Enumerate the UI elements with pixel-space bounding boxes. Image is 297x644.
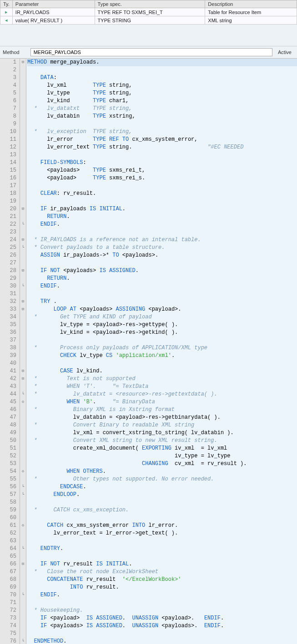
line-number[interactable]: 45 <box>1 398 18 406</box>
param-type[interactable]: TYPE REF TO SXMS_REI_T <box>95 8 205 16</box>
method-name-field[interactable]: MERGE_PAYLOADS <box>30 48 272 56</box>
code-line[interactable]: lv_error_text TYPE string. "#EC NEEDED <box>27 144 297 151</box>
line-number[interactable]: 62 <box>1 530 18 537</box>
code-line[interactable]: WHEN OTHERS. <box>27 468 297 476</box>
line-number[interactable]: 8 <box>1 113 18 120</box>
code-area[interactable]: METHOD merge_payloads. DATA: lv_xml TYPE… <box>26 59 297 644</box>
code-line[interactable]: IF <payload> IS ASSIGNED. UNASSIGN <payl… <box>27 614 297 622</box>
line-number[interactable]: 48 <box>1 421 18 429</box>
fold-minus-icon[interactable]: ⊟ <box>20 236 26 244</box>
line-number[interactable]: 39 <box>1 352 18 360</box>
line-number[interactable]: 67 <box>1 568 18 576</box>
line-number[interactable]: 36 <box>1 329 18 337</box>
param-name[interactable]: value( RV_RESULT ) <box>12 16 95 25</box>
line-number[interactable]: 51 <box>1 445 18 452</box>
code-line[interactable]: lv_kind = <payload>-res->getkind( ). <box>27 329 297 337</box>
code-line[interactable]: FIELD-SYMBOLS: <box>27 159 297 167</box>
param-type[interactable]: TYPE STRING <box>95 16 205 25</box>
line-number[interactable]: 42 <box>1 375 18 383</box>
code-line[interactable]: CHECK lv_type CS 'application/xml'. <box>27 352 297 360</box>
code-line[interactable] <box>27 499 297 506</box>
code-line[interactable]: CHANGING cv_xml = rv_result ). <box>27 460 297 468</box>
line-number[interactable]: 12 <box>1 144 18 151</box>
line-number[interactable]: 58 <box>1 499 18 506</box>
line-number[interactable]: 11 <box>1 136 18 144</box>
line-number[interactable]: 55 <box>1 476 18 483</box>
line-number[interactable]: 7 <box>1 105 18 113</box>
code-line[interactable]: METHOD merge_payloads. <box>27 59 297 66</box>
col-type-spec[interactable]: Type spec. <box>95 0 205 8</box>
code-line[interactable]: lv_databin = <payload>-res->getbinarydat… <box>27 414 297 421</box>
code-line[interactable]: ENDIF. <box>27 282 297 290</box>
code-line[interactable]: * CATCH cx_xms_exception. <box>27 506 297 514</box>
line-number[interactable]: 70 <box>1 591 18 599</box>
code-line[interactable]: ENDTRY. <box>27 545 297 553</box>
line-number[interactable]: 43 <box>1 383 18 391</box>
fold-minus-icon[interactable]: ⊟ <box>20 205 26 213</box>
line-number[interactable]: 72 <box>1 607 18 614</box>
line-number[interactable]: 34 <box>1 313 18 321</box>
code-line[interactable]: lv_error_text = lr_error->get_text( ). <box>27 530 297 537</box>
line-number[interactable]: 27 <box>1 259 18 267</box>
line-number[interactable]: 10 <box>1 128 18 136</box>
line-number[interactable]: 69 <box>1 584 18 591</box>
code-line[interactable]: CONCATENATE rv_result '</ExcelWorkBook>' <box>27 576 297 584</box>
code-line[interactable]: IF NOT rv_result IS INITIAL. <box>27 560 297 568</box>
table-row[interactable]: ▸IR_PAYLOADSTYPE REF TO SXMS_REI_TTable … <box>0 8 297 16</box>
code-line[interactable]: <payloads> TYPE sxms_rei_t, <box>27 167 297 174</box>
code-line[interactable]: * Convert XML string to new XML result s… <box>27 437 297 445</box>
code-line[interactable]: ENDMETHOD. <box>27 638 297 644</box>
line-number[interactable]: 50 <box>1 437 18 445</box>
line-number[interactable]: 46 <box>1 406 18 414</box>
code-line[interactable] <box>27 537 297 545</box>
line-number[interactable]: 9 <box>1 120 18 128</box>
col-description[interactable]: Description <box>205 0 297 8</box>
code-line[interactable]: lr_error TYPE REF TO cx_xms_system_error… <box>27 136 297 144</box>
line-number[interactable]: 17 <box>1 182 18 190</box>
line-number[interactable]: 5 <box>1 89 18 97</box>
line-number[interactable]: 15 <box>1 167 18 174</box>
table-row[interactable]: ◂value( RV_RESULT )TYPE STRINGXML string <box>0 16 297 25</box>
line-number-gutter[interactable]: 1234567891011121314151617181920212223242… <box>0 59 20 644</box>
code-line[interactable]: lv_databin TYPE xstring, <box>27 113 297 120</box>
code-line[interactable]: INTO rv_result. <box>27 584 297 591</box>
code-line[interactable]: * lv_datatxt TYPE string, <box>27 105 297 113</box>
line-number[interactable]: 20 <box>1 205 18 213</box>
col-parameter[interactable]: Parameter <box>12 0 95 8</box>
fold-minus-icon[interactable]: ⊟ <box>20 267 26 275</box>
code-line[interactable]: * Convert payloads to a table structure. <box>27 244 297 252</box>
line-number[interactable]: 73 <box>1 614 18 622</box>
code-line[interactable] <box>27 553 297 560</box>
line-number[interactable]: 28 <box>1 267 18 275</box>
code-line[interactable]: * Process only payloads of APPLICATION/X… <box>27 344 297 352</box>
fold-gutter[interactable]: ⊟ ⊟ └ ⊟└ ⊟ └ ⊟⊟ ⊟⊟ └◇ ◇ └└ ◇ └ ⊟ └ └ <box>20 59 26 644</box>
line-number[interactable]: 21 <box>1 213 18 221</box>
code-line[interactable] <box>27 630 297 638</box>
line-number[interactable]: 75 <box>1 630 18 638</box>
fold-minus-icon[interactable]: ⊟ <box>20 375 26 383</box>
code-line[interactable] <box>27 337 297 344</box>
line-number[interactable]: 22 <box>1 221 18 228</box>
code-line[interactable]: * Convert Binary to readable XML string <box>27 421 297 429</box>
param-desc[interactable]: XML string <box>205 16 297 25</box>
line-number[interactable]: 29 <box>1 275 18 282</box>
line-number[interactable]: 1 <box>1 59 18 66</box>
line-number[interactable]: 40 <box>1 360 18 367</box>
line-number[interactable]: 25 <box>1 244 18 252</box>
code-line[interactable]: * Housekeeping. <box>27 607 297 614</box>
code-line[interactable] <box>27 360 297 367</box>
code-line[interactable]: * lv_exception TYPE string, <box>27 128 297 136</box>
line-number[interactable]: 14 <box>1 159 18 167</box>
code-line[interactable]: IF NOT <payloads> IS ASSIGNED. <box>27 267 297 275</box>
fold-minus-icon[interactable]: ⊟ <box>20 367 26 375</box>
line-number[interactable]: 38 <box>1 344 18 352</box>
line-number[interactable]: 57 <box>1 491 18 499</box>
fold-minus-icon[interactable]: ⊟ <box>20 560 26 568</box>
code-line[interactable] <box>27 290 297 298</box>
code-line[interactable]: WHEN 'B'. "= BinaryData <box>27 398 297 406</box>
line-number[interactable]: 66 <box>1 560 18 568</box>
code-line[interactable]: lv_type = <payload>-res->gettype( ). <box>27 321 297 329</box>
line-number[interactable]: 4 <box>1 82 18 89</box>
code-line[interactable]: lv_kind TYPE char1, <box>27 97 297 105</box>
code-line[interactable]: * Text is not supported <box>27 375 297 383</box>
